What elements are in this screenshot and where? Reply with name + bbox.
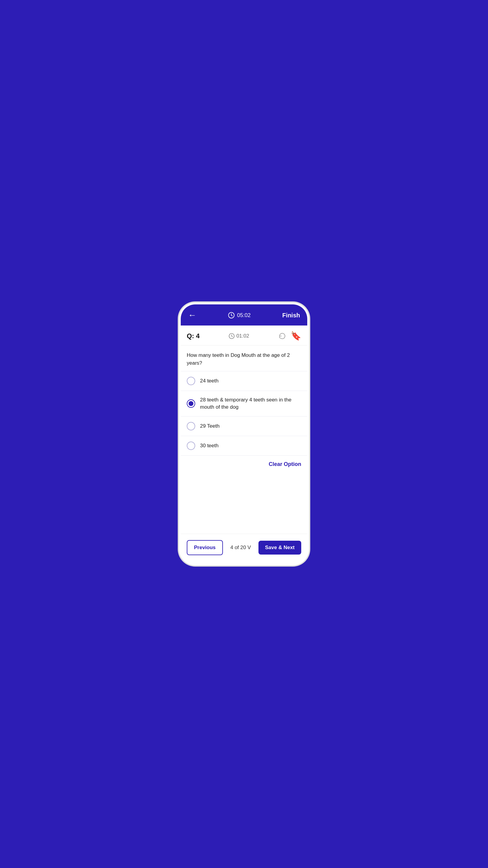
option-c[interactable]: 29 Teeth bbox=[181, 416, 307, 436]
content-spacer bbox=[181, 473, 307, 534]
question-clock-icon bbox=[229, 333, 235, 339]
question-text: How many teeth in Dog Mouth at the age o… bbox=[187, 351, 301, 367]
option-d-text: 30 teeth bbox=[200, 442, 218, 450]
header-clock-icon bbox=[228, 312, 235, 318]
option-d[interactable]: 30 teeth bbox=[181, 436, 307, 456]
back-button[interactable]: ← bbox=[188, 311, 196, 319]
radio-c bbox=[187, 422, 195, 430]
question-timer-value: 01:02 bbox=[236, 333, 250, 339]
question-body: How many teeth in Dog Mouth at the age o… bbox=[181, 345, 307, 371]
refresh-icon[interactable] bbox=[278, 332, 287, 340]
save-next-button[interactable]: Save & Next bbox=[258, 541, 301, 555]
phone-frame: ← 05:02 Finish Q: 4 01:02 bbox=[181, 304, 307, 564]
clear-option-row: Clear Option bbox=[181, 456, 307, 473]
option-b-text: 28 teeth & temporary 4 teeth seen in the… bbox=[200, 396, 301, 411]
header-timer-value: 05:02 bbox=[237, 312, 251, 318]
option-b[interactable]: 28 teeth & temporary 4 teeth seen in the… bbox=[181, 391, 307, 416]
previous-button[interactable]: Previous bbox=[187, 540, 223, 555]
question-actions: 🔖 bbox=[278, 331, 301, 341]
bookmark-icon[interactable]: 🔖 bbox=[291, 331, 301, 341]
option-a-text: 24 teeth bbox=[200, 377, 218, 384]
question-timer: 01:02 bbox=[229, 333, 250, 339]
radio-a bbox=[187, 377, 195, 385]
question-header: Q: 4 01:02 🔖 bbox=[181, 326, 307, 345]
radio-d bbox=[187, 441, 195, 450]
nav-progress: 4 of 20 V bbox=[230, 545, 251, 551]
content-area: Q: 4 01:02 🔖 How many teeth in Dog Mouth… bbox=[181, 326, 307, 564]
option-a[interactable]: 24 teeth bbox=[181, 371, 307, 391]
question-number: Q: 4 bbox=[187, 332, 200, 340]
radio-b-inner bbox=[189, 401, 193, 406]
finish-button[interactable]: Finish bbox=[282, 312, 300, 319]
radio-b bbox=[187, 399, 195, 408]
bottom-nav: Previous 4 of 20 V Save & Next bbox=[181, 534, 307, 564]
header-timer: 05:02 bbox=[228, 312, 251, 318]
app-header: ← 05:02 Finish bbox=[181, 304, 307, 326]
options-list: 24 teeth 28 teeth & temporary 4 teeth se… bbox=[181, 371, 307, 473]
option-c-text: 29 Teeth bbox=[200, 423, 220, 430]
clear-option-button[interactable]: Clear Option bbox=[269, 461, 301, 467]
